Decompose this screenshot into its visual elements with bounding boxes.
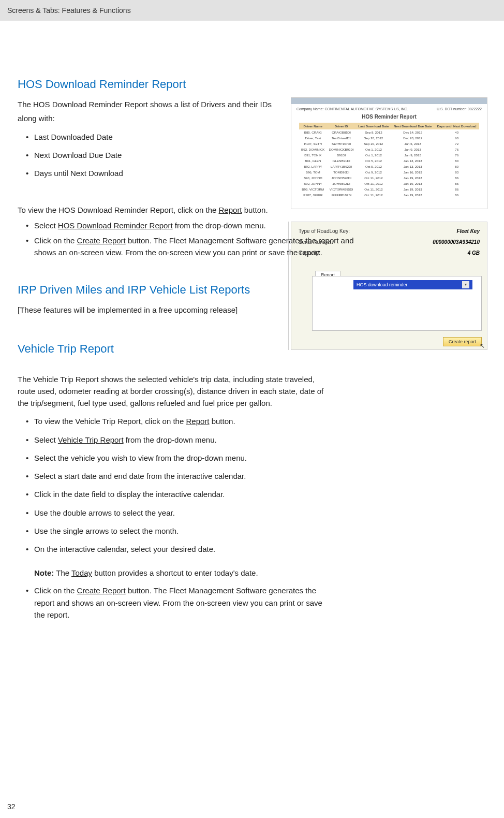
s1-b2: Next Download Due Date	[26, 149, 369, 161]
s1-b1: Last Downloaded Date	[26, 131, 369, 143]
s2-b1: Select HOS Download Reminder Report from…	[26, 220, 369, 231]
s4-note: Note: The Today button provides a shortc…	[34, 568, 369, 577]
s4-b8: On the interactive calendar, select your…	[26, 543, 369, 555]
s4-b4: Select a start date and end date from th…	[26, 470, 369, 482]
s2-b2: Click on the Create Report button. The F…	[26, 235, 369, 259]
heading-hos: HOS Download Reminder Report	[18, 78, 369, 91]
shot1-title: HOS Reminder Report	[291, 114, 487, 120]
s1-b3: Days until Next Download	[26, 167, 369, 179]
create-report-button[interactable]: Create report	[443, 337, 482, 346]
s4-b3: Select the vehicle you wish to view from…	[26, 452, 369, 464]
shot1-company: Company Name: CONTINENTAL AUTOMOTIVE SYS…	[297, 107, 408, 111]
s4-b7: Use the single arrows to select the mont…	[26, 525, 369, 537]
s4-b1: To view the Vehicle Trip Report, click o…	[26, 415, 369, 427]
s4-intro: The Vehicle Trip Report shows the select…	[18, 373, 333, 410]
s2-bullets: Select HOS Download Reminder Report from…	[26, 220, 369, 259]
shot1-dot: U.S. DOT number: 0822222	[437, 107, 482, 111]
cursor-icon: ↖	[480, 342, 485, 349]
table-row: B92, JOHNYJOHNB92DIOct 11, 2012Jan 19, 2…	[299, 181, 479, 186]
page-header-text: Screens & Tabs: Features & Functions	[7, 6, 131, 14]
table-row: B95, VICTORMVICTORMB95DIOct 11, 2012Jan …	[299, 186, 479, 192]
table-row: P107, JEFFRJEFFRP107DIOct 11, 2012Jan 19…	[299, 192, 479, 198]
report-dropdown[interactable]: HOS download reminder ▾	[353, 280, 472, 289]
s1-bullets: Last Downloaded Date Next Download Due D…	[26, 131, 369, 180]
s4-b6: Use the double arrows to select the year…	[26, 507, 369, 519]
s4-b2: Select Vehicle Trip Report from the drop…	[26, 434, 369, 446]
s4-b9: Click on the Create Report button. The F…	[26, 585, 326, 621]
s4-b5: Click in the date field to display the i…	[26, 488, 369, 500]
page-header-bar: Screens & Tabs: Features & Functions	[0, 0, 504, 21]
chevron-down-icon[interactable]: ▾	[462, 281, 469, 288]
s4-bullets2: Click on the Create Report button. The F…	[26, 585, 369, 621]
s4-bullets: To view the Vehicle Trip Report, click o…	[26, 415, 369, 555]
page-number: 32	[7, 802, 16, 811]
